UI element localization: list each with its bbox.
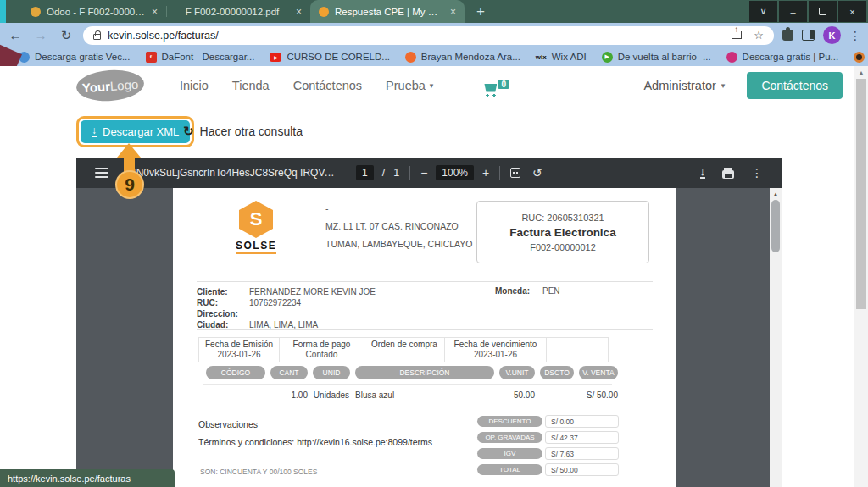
bookmarks-bar: Descarga gratis Vec... f DaFont - Descar…: [0, 47, 868, 66]
bookmark-favicon-icon: [405, 52, 416, 63]
bookmark-item[interactable]: Descarga gratis Vec...: [19, 52, 131, 63]
tab-respuesta-cpe-active[interactable]: Respuesta CPE | My Website ×: [310, 0, 465, 23]
restore-button[interactable]: [809, 1, 837, 22]
client-label: Cliente:: [197, 286, 249, 297]
solse-favicon-icon: [319, 7, 329, 17]
minimize-button[interactable]: –: [779, 1, 807, 22]
contact-button[interactable]: Contáctenos: [747, 72, 843, 99]
divider: [203, 384, 612, 385]
scrollbar-thumb[interactable]: [856, 79, 866, 309]
nav-label: Prueba: [386, 79, 426, 92]
url-text[interactable]: kevin.solse.pe/facturas/: [108, 30, 725, 42]
bookmark-label: De vuelta al barrio -...: [618, 52, 711, 62]
address-bar[interactable]: kevin.solse.pe/facturas/ ☆: [83, 26, 774, 45]
dafont-icon: f: [146, 52, 157, 63]
logo-underline: [236, 252, 276, 254]
col-header: CANT: [270, 366, 308, 379]
tab-title: F F002-00000012.pdf: [175, 7, 290, 17]
tab-pdf[interactable]: F F002-00000012.pdf ×: [166, 0, 310, 23]
cart-button[interactable]: 0: [484, 80, 509, 92]
nav-tienda[interactable]: Tienda: [232, 79, 270, 92]
bookmark-item[interactable]: Brayan Mendoza Ara...: [405, 52, 520, 63]
browser-menu-icon[interactable]: ⋮: [849, 29, 861, 42]
col-header: DESCRIPCIÓN: [355, 366, 494, 379]
close-tab-icon[interactable]: ×: [296, 6, 302, 18]
detail-header: Orden de compra: [368, 340, 441, 350]
site-logo[interactable]: YourLogo: [75, 68, 145, 102]
col-header: DSCTO: [540, 366, 574, 379]
pdf-scrollbar[interactable]: ▲: [770, 188, 782, 487]
download-xml-button[interactable]: ↓ Descargar XML: [81, 120, 190, 143]
tab-search-button[interactable]: ∨: [749, 1, 777, 22]
client-ciudad: LIMA, LIMA, LIMA: [249, 319, 318, 330]
item-unid: Unidades: [313, 390, 350, 401]
side-panel-icon[interactable]: [802, 30, 815, 41]
new-tab-button[interactable]: +: [465, 0, 497, 23]
nav-inicio[interactable]: Inicio: [180, 79, 209, 92]
moneda-value: PEN: [542, 286, 560, 296]
browser-window: Odoo - F F002-00000012 (Shop/ × F F002-0…: [0, 0, 868, 487]
bookmark-label: Brayan Mendoza Ara...: [421, 52, 520, 62]
zoom-out-button[interactable]: −: [420, 166, 427, 180]
close-window-button[interactable]: ×: [838, 1, 866, 22]
site-header: YourLogo Inicio Tienda Contáctenos Prueb…: [0, 66, 854, 105]
invoice-page: S SOLSE - MZ. L1 LT. 07 CAS. RINCONAZO T…: [173, 188, 676, 487]
bookmark-item[interactable]: f DaFont - Descargar...: [146, 52, 255, 63]
bookmark-item[interactable]: Descarga gratis | Pu...: [726, 52, 839, 63]
zoom-level-input[interactable]: 100%: [436, 165, 474, 180]
close-tab-icon[interactable]: ×: [152, 6, 158, 18]
close-icon: ×: [849, 7, 854, 17]
scroll-up-icon[interactable]: ▲: [770, 188, 782, 199]
client-ruc-label: RUC:: [197, 297, 249, 308]
client-section: Cliente:FERNANDEZ MORE KEVIN JOE RUC:107…: [197, 281, 653, 330]
bookmark-star-icon[interactable]: ☆: [754, 29, 764, 42]
rotate-button[interactable]: ↻: [532, 166, 542, 180]
company-ruc: RUC: 20605310321: [521, 213, 604, 223]
nav-prueba-dropdown[interactable]: Prueba ▾: [386, 79, 433, 92]
user-menu-administrator[interactable]: Administrator ▾: [643, 79, 725, 92]
fit-to-page-button[interactable]: [510, 168, 520, 178]
page-scrollbar[interactable]: ▲: [854, 66, 868, 487]
solse-logo-icon: S: [239, 201, 273, 238]
amount-in-words: SON: CINCUENTA Y 00/100 SOLES: [200, 468, 317, 476]
nav-contactenos[interactable]: Contáctenos: [293, 79, 362, 92]
total-label: DESCUENTO: [477, 416, 542, 427]
caret-down-icon: ▾: [430, 81, 434, 90]
detail-value: 2023-01-26: [203, 350, 275, 360]
bookmark-label: Wix ADI: [552, 52, 587, 62]
bookmark-item[interactable]: wix Wix ADI: [536, 52, 587, 63]
pdf-more-menu-icon[interactable]: ⋮: [751, 166, 763, 180]
new-query-button[interactable]: ↻ Hacer otra consulta: [183, 124, 303, 139]
wix-icon: wix: [536, 52, 547, 63]
total-value: S/ 42.37: [545, 431, 619, 444]
tab-odoo[interactable]: Odoo - F F002-00000012 (Shop/ ×: [22, 0, 166, 23]
refresh-icon: ↻: [183, 124, 194, 139]
bookmark-item[interactable]: ▶ De vuelta al barrio -...: [602, 52, 711, 63]
forward-button[interactable]: →: [32, 28, 49, 42]
detail-value: [550, 340, 604, 350]
bookmark-item[interactable]: Punto de venta Ven...: [854, 52, 868, 63]
page-number-input[interactable]: 1: [356, 165, 374, 180]
back-button[interactable]: ←: [7, 28, 24, 42]
new-query-label: Hacer otra consulta: [200, 125, 303, 138]
logo-text: Your: [81, 79, 110, 95]
close-tab-icon[interactable]: ×: [450, 6, 456, 18]
item-row: 1.00 Unidades Blusa azul 50.00 S/ 50.00: [206, 390, 618, 401]
reload-button[interactable]: ↻: [58, 28, 75, 43]
scroll-up-icon[interactable]: ▲: [854, 66, 868, 78]
scrollbar-thumb[interactable]: [771, 200, 780, 252]
zoom-in-button[interactable]: +: [482, 166, 489, 180]
profile-avatar[interactable]: K: [823, 26, 841, 44]
item-v-unit: 50.00: [499, 390, 535, 401]
lock-icon: [93, 34, 101, 40]
pdf-menu-icon[interactable]: [95, 168, 108, 178]
print-button[interactable]: [722, 170, 734, 179]
divider: [409, 166, 410, 180]
pdf-download-button[interactable]: ↓: [700, 168, 706, 179]
bookmark-item[interactable]: ▶ CURSO DE CORELD...: [270, 52, 389, 62]
minimize-icon: –: [790, 7, 795, 17]
share-icon[interactable]: [732, 31, 742, 39]
extensions-icon[interactable]: [782, 30, 793, 41]
odoo-favicon-icon: [31, 7, 41, 17]
status-url-tooltip: https://kevin.solse.pe/facturas: [0, 469, 175, 487]
